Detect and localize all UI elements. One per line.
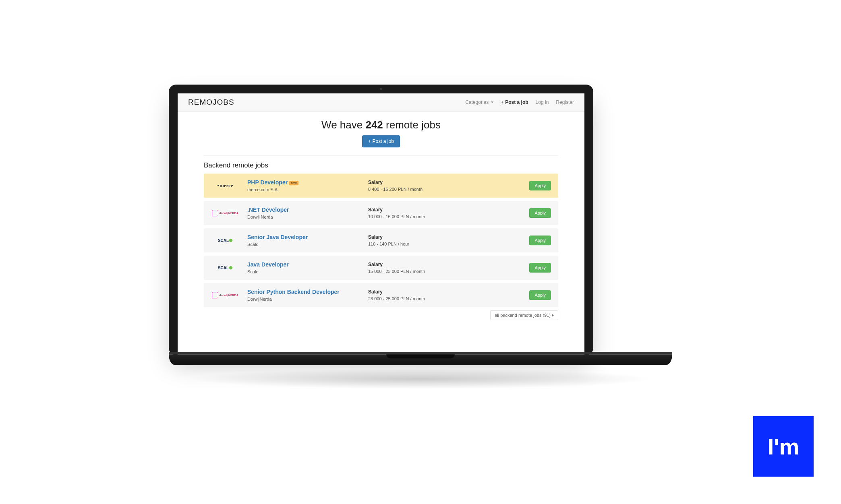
salary-label: Salary [368, 180, 461, 185]
salary-value: 10 000 - 16 000 PLN / month [368, 214, 461, 219]
hero-count: 242 [365, 119, 383, 131]
hero-title: We have 242 remote jobs [178, 119, 584, 131]
nav-register[interactable]: Register [556, 99, 574, 105]
hero: We have 242 remote jobs + Post a job [178, 112, 584, 151]
nav-categories[interactable]: Categories [465, 99, 493, 105]
company-logo: SCAL [211, 235, 239, 246]
job-row[interactable]: dorwij NERDA.NET DeveloperDorwij NerdaSa… [204, 201, 558, 225]
nav-post-label: Post a job [505, 99, 528, 105]
nav-categories-label: Categories [465, 99, 489, 105]
job-title-link[interactable]: PHP Developernew [247, 179, 368, 186]
job-company: DorwijNerda [247, 297, 368, 302]
salary-label: Salary [368, 207, 461, 213]
company-logo: SCAL [211, 262, 239, 273]
apply-button[interactable]: Apply [529, 290, 551, 300]
laptop-frame: REMOJOBS Categories + Post a job Log in [169, 85, 672, 389]
nav-post-a-job[interactable]: + Post a job [501, 99, 528, 105]
chevron-right-icon [552, 314, 554, 316]
job-title-link[interactable]: Senior Java Developer [247, 234, 368, 240]
plus-icon: + [501, 99, 503, 105]
new-badge: new [289, 181, 298, 185]
job-company: Scalo [247, 269, 368, 274]
salary-label: Salary [368, 262, 461, 267]
navbar: REMOJOBS Categories + Post a job Log in [178, 93, 584, 112]
company-logo: dorwij NERDA [211, 208, 239, 218]
company-logo: dorwij NERDA [211, 290, 239, 300]
job-row[interactable]: mercePHP Developernewmerce.com S.A.Salar… [204, 174, 558, 198]
laptop-base [169, 354, 672, 365]
salary-value: 23 000 - 25 000 PLN / month [368, 296, 461, 301]
job-title-link[interactable]: .NET Developer [247, 207, 368, 213]
all-backend-jobs-link[interactable]: all backend remote jobs (91) [490, 310, 558, 320]
job-title-link[interactable]: Java Developer [247, 261, 368, 268]
job-row[interactable]: SCALJava DeveloperScaloSalary15 000 - 23… [204, 256, 558, 280]
apply-button[interactable]: Apply [529, 263, 551, 273]
job-company: Dorwij Nerda [247, 215, 368, 219]
salary-label: Salary [368, 234, 461, 240]
post-a-job-button[interactable]: + Post a job [362, 135, 400, 147]
divider [204, 155, 558, 156]
nav-login[interactable]: Log in [536, 99, 549, 105]
apply-button[interactable]: Apply [529, 181, 551, 190]
job-title-link[interactable]: Senior Python Backend Developer [247, 289, 368, 295]
company-logo: merce [211, 180, 239, 191]
watermark-badge: I'm [753, 416, 814, 477]
apply-button[interactable]: Apply [529, 235, 551, 245]
job-row[interactable]: SCALSenior Java DeveloperScaloSalary110 … [204, 228, 558, 252]
salary-label: Salary [368, 289, 461, 295]
job-company: Scalo [247, 242, 368, 247]
laptop-shadow [187, 369, 654, 389]
caret-down-icon [491, 101, 493, 103]
salary-value: 8 400 - 15 200 PLN / month [368, 187, 461, 192]
camera-dot [380, 88, 382, 90]
job-company: merce.com S.A. [247, 187, 368, 192]
hero-suffix: remote jobs [383, 119, 441, 131]
salary-value: 15 000 - 23 000 PLN / month [368, 269, 461, 274]
apply-button[interactable]: Apply [529, 208, 551, 218]
hero-prefix: We have [321, 119, 365, 131]
section-title: Backend remote jobs [204, 161, 558, 169]
job-row[interactable]: dorwij NERDASenior Python Backend Develo… [204, 283, 558, 307]
salary-value: 110 - 140 PLN / hour [368, 242, 461, 246]
footer-link-text: all backend remote jobs (91) [495, 313, 551, 318]
brand-logo[interactable]: REMOJOBS [188, 98, 234, 107]
